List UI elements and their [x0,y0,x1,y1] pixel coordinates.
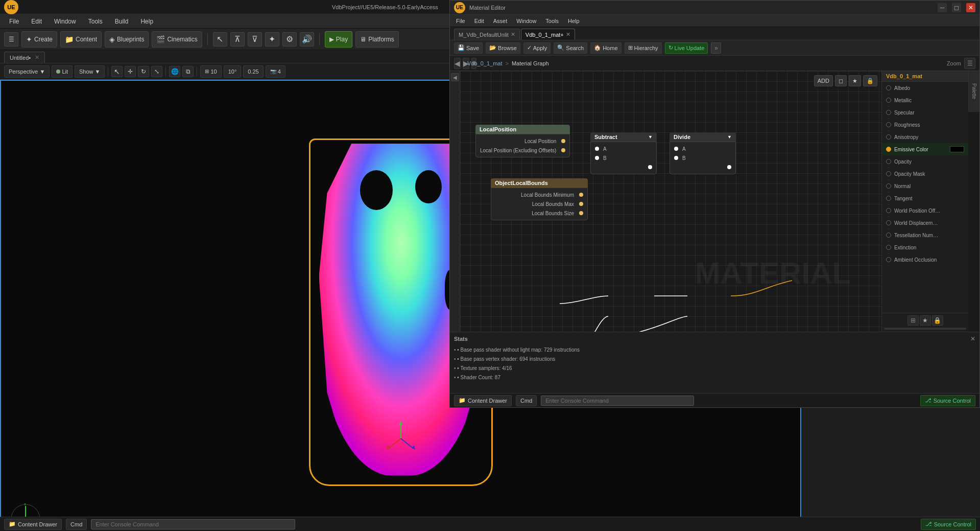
prop-metallic[interactable]: Metallic [882,94,968,106]
graph-hide-btn[interactable]: ◻ [835,75,847,86]
props-table-btn[interactable]: ⊞ [907,315,919,326]
graph-lock-btn[interactable]: 🔒 [863,75,877,86]
select-tool[interactable]: ↖ [111,66,123,77]
grid-snap-button[interactable]: ⊞ 10 [200,65,221,78]
mat-graph-options-btn[interactable]: ☰ [964,58,975,69]
surface-snapping[interactable]: ⧉ [182,66,194,77]
perspective-button[interactable]: Perspective ▼ [4,65,50,78]
play-button[interactable]: ▶ Play [325,31,352,48]
pin-divide-a-in[interactable]: A [674,144,731,153]
add-node-btn[interactable]: ADD [814,75,833,86]
platforms-button[interactable]: 🖥 Platforms [355,31,399,48]
move-tool[interactable]: ✛ [125,66,136,77]
prop-normal[interactable]: Normal [882,180,968,192]
props-star-btn[interactable]: ★ [920,315,931,326]
mat-cmd-btn[interactable]: Cmd [516,395,537,406]
mat-search-btn[interactable]: 🔍 Search [554,42,587,54]
pin-subtract-a-in[interactable]: A [595,144,652,153]
mode-btn-1[interactable]: ↖ [213,32,227,47]
graph-pin-btn[interactable]: ★ [849,75,861,86]
pin-local-bounds-size[interactable]: Local Bounds Size [495,209,583,218]
pin-divide-out[interactable] [674,163,731,172]
prop-extinction[interactable]: Extinction [882,241,968,253]
mat-close-btn[interactable]: ✕ [966,3,975,12]
cinematics-button[interactable]: 🎬 Cinematics [152,31,202,48]
node-localposition[interactable]: LocalPosition Local Position Local Posit… [475,125,570,157]
mat-live-update-btn[interactable]: ↻ Live Update [665,42,708,54]
rotation-snap-button[interactable]: 10° [224,65,242,78]
node-subtract[interactable]: Subtract ▼ A B [590,132,657,174]
content-drawer-btn[interactable]: 📁 Content Drawer [4,519,62,530]
pin-divide-b-in[interactable]: B [674,153,731,163]
rotate-tool[interactable]: ↻ [138,66,149,77]
mat-graph-area[interactable]: ADD ◻ ★ 🔒 LocalPosition [460,71,881,332]
pin-subtract-b-in[interactable]: B [595,153,652,163]
menu-tools[interactable]: Tools [83,17,108,26]
create-button[interactable]: ✦ Create [21,31,57,48]
left-sidebar-collapse[interactable]: ◀ [451,73,459,81]
main-tab[interactable]: Untitled• ✕ [4,52,45,63]
mat-toolbar-more[interactable]: » [711,42,721,54]
breadcrumb-root[interactable]: Vdb_0_1_mat [467,60,503,66]
cmd-btn[interactable]: Cmd [66,519,87,530]
stats-close-btn[interactable]: ✕ [970,335,975,342]
props-lock-btn[interactable]: 🔒 [932,315,943,326]
mat-menu-file[interactable]: File [452,18,469,24]
menu-help[interactable]: Help [135,17,158,26]
pin-local-position[interactable]: Local Position [480,136,565,146]
palette-tab[interactable]: Palette [968,71,979,112]
lit-button[interactable]: Lit [52,65,73,78]
prop-world-pos-offset[interactable]: World Position Off… [882,204,968,217]
pin-local-bounds-min[interactable]: Local Bounds Minimum [495,190,583,199]
scale-snap-button[interactable]: 0.25 [243,65,263,78]
mat-menu-help[interactable]: Help [564,18,584,24]
mat-menu-tools[interactable]: Tools [541,18,563,24]
show-button[interactable]: Show ▼ [75,65,105,78]
node-divide[interactable]: Divide ▼ A B [670,132,736,174]
mode-btn-6[interactable]: 🔊 [300,32,314,47]
pin-local-bounds-max[interactable]: Local Bounds Max [495,199,583,209]
prop-opacity-mask[interactable]: Opacity Mask [882,168,968,180]
menu-file[interactable]: File [4,17,24,26]
mat-browse-btn[interactable]: 📂 Browse [486,42,520,54]
menu-edit[interactable]: Edit [26,17,47,26]
camera-speed-button[interactable]: 📷 4 [266,65,285,78]
tab-m-vdb-defaultunlit[interactable]: M_Vdb_DefaultUnlit ✕ [454,29,520,40]
content-button[interactable]: 📁 Content [60,31,102,48]
tab-close-1[interactable]: ✕ [511,31,515,38]
mat-hierarchy-btn[interactable]: ⊞ Hierarchy [625,42,662,54]
mode-btn-2[interactable]: ⊼ [230,32,245,47]
prop-specular[interactable]: Specular [882,106,968,119]
prop-world-displacement[interactable]: World Displacem… [882,217,968,229]
sidebar-toggle[interactable]: ☰ [4,32,18,47]
mat-source-control-btn[interactable]: ⎇ Source Control [920,395,975,406]
mat-apply-btn[interactable]: ✓ Apply [523,42,551,54]
scale-tool[interactable]: ⤡ [151,66,162,77]
mat-content-drawer-btn[interactable]: 📁 Content Drawer [454,395,512,406]
nav-back[interactable]: ◀ [454,58,461,69]
world-local-toggle[interactable]: 🌐 [169,66,180,77]
tab-close[interactable]: ✕ [35,54,39,61]
mode-btn-3[interactable]: ⊽ [248,32,262,47]
mat-home-btn[interactable]: 🏠 Home [590,42,621,54]
mat-minimize-btn[interactable]: ─ [938,3,947,12]
mat-maximize-btn[interactable]: ◻ [952,3,961,12]
menu-window[interactable]: Window [49,17,81,26]
mat-menu-asset[interactable]: Asset [489,18,512,24]
source-control-btn[interactable]: ⎇ Source Control [921,519,976,530]
prop-tessellation[interactable]: Tessellation Num… [882,229,968,241]
prop-tangent[interactable]: Tangent [882,192,968,204]
prop-ambient-occlusion[interactable]: Ambient Occlusion [882,253,968,266]
console-input[interactable] [91,519,295,529]
mat-console-input[interactable] [541,396,694,406]
node-objectlocalbounds[interactable]: ObjectLocalBounds Local Bounds Minimum L… [491,178,588,220]
blueprints-button[interactable]: ◈ Blueprints [105,31,149,48]
tab-close-2[interactable]: ✕ [566,31,570,38]
prop-albedo[interactable]: Albedo [882,82,968,94]
mat-save-btn[interactable]: 💾 Save [454,42,483,54]
mode-btn-4[interactable]: ✦ [265,32,279,47]
tab-vdb-0-1-mat[interactable]: Vdb_0_1_mat+ ✕ [521,29,575,40]
props-scrollbar[interactable] [884,328,966,330]
mat-menu-edit[interactable]: Edit [470,18,488,24]
menu-build[interactable]: Build [110,17,134,26]
